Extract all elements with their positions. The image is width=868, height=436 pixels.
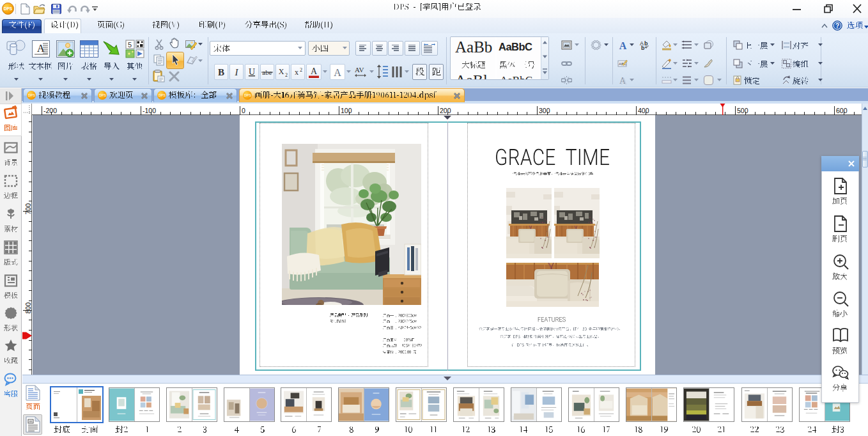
svg-text:A: A bbox=[311, 66, 318, 76]
svg-text:A: A bbox=[621, 77, 628, 86]
svg-text:X: X bbox=[279, 67, 284, 76]
svg-text:b: b bbox=[641, 45, 645, 51]
svg-text:?: ? bbox=[835, 22, 839, 29]
svg-text:A: A bbox=[619, 40, 627, 51]
svg-text:U: U bbox=[249, 67, 255, 77]
svg-text:B: B bbox=[218, 67, 224, 77]
svg-text:I: I bbox=[235, 67, 239, 77]
svg-text:DPS: DPS bbox=[4, 6, 13, 11]
svg-text:AV: AV bbox=[355, 66, 364, 74]
svg-text:A: A bbox=[334, 67, 341, 78]
svg-text:DPS: DPS bbox=[28, 93, 35, 97]
svg-text:2: 2 bbox=[285, 72, 288, 78]
svg-text:2: 2 bbox=[300, 67, 302, 73]
svg-text:x: x bbox=[295, 68, 298, 77]
svg-text:DPS: DPS bbox=[244, 93, 251, 97]
svg-text:5: 5 bbox=[128, 41, 132, 49]
svg-text:b: b bbox=[644, 40, 648, 47]
svg-text:DPS: DPS bbox=[99, 93, 106, 97]
svg-text:DPS: DPS bbox=[159, 93, 166, 97]
svg-text:A: A bbox=[37, 43, 45, 54]
